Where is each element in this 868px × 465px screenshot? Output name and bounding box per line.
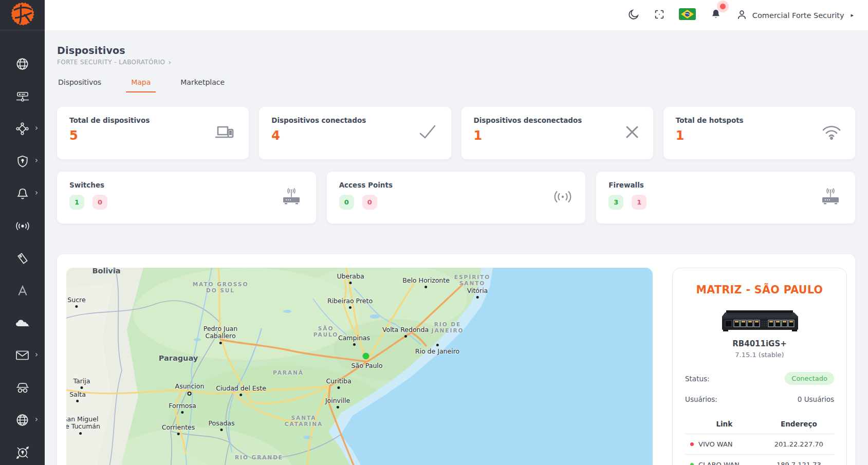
check-icon	[417, 124, 438, 142]
card-firewalls: Firewalls 3 1	[596, 172, 855, 224]
sidebar: › › ›	[0, 0, 45, 465]
account-menu[interactable]: Comercial Forte Security ▸	[736, 9, 854, 22]
sidebar-item-security[interactable]: ›	[0, 145, 45, 177]
map-label: ESPÍRITO SANTO	[454, 274, 490, 286]
online-badge: 3	[608, 195, 623, 210]
sidebar-item-hotspot[interactable]	[0, 210, 45, 242]
city-dot	[436, 344, 438, 346]
map-label: Tarija	[73, 378, 90, 389]
app-root: › › ›	[0, 0, 868, 465]
sidebar-item-globe[interactable]	[0, 48, 45, 80]
card-title: Dispositivos desconectados	[474, 116, 641, 124]
card-title: Access Points	[339, 181, 574, 189]
fullscreen-icon	[654, 9, 665, 22]
globe-icon	[15, 57, 29, 71]
sidebar-item-alerts[interactable]: ›	[0, 177, 45, 210]
city-dot	[349, 282, 352, 284]
city-dot	[188, 392, 192, 396]
map-label: Sucre	[67, 296, 85, 308]
link-name: CLARO WAN	[698, 461, 740, 465]
link-status-dot	[690, 442, 694, 446]
chevron-right-icon: ›	[35, 416, 38, 423]
page-title: Dispositivos	[57, 45, 855, 56]
incognito-icon	[15, 382, 30, 394]
tab-dispositivos[interactable]: Dispositivos	[57, 78, 102, 92]
card-total-dispositivos: Total de dispositivos 5	[57, 107, 249, 159]
map-label: Paraguay	[159, 354, 198, 363]
table-row: CLARO WAN 189.7.121.73	[685, 455, 834, 465]
sidebar-item-tags[interactable]	[0, 242, 45, 274]
city-dot	[219, 342, 222, 344]
map-labels-layer: BoliviaParaguayMATO GROSSO DO SULSÃO PAU…	[66, 268, 653, 465]
city-dot	[75, 305, 78, 308]
city-dot	[80, 386, 83, 389]
broadcast-icon	[15, 220, 30, 232]
offline-badge: 1	[632, 195, 647, 210]
fullscreen-button[interactable]	[654, 9, 665, 22]
map-canvas[interactable]: BoliviaParaguayMATO GROSSO DO SULSÃO PAU…	[66, 268, 653, 465]
account-name: Comercial Forte Security	[752, 11, 844, 20]
sidebar-item-privacy[interactable]	[0, 371, 45, 404]
map-label: RIO GRANDE	[235, 454, 283, 460]
map-label: Asuncion	[175, 383, 205, 396]
city-dot	[476, 296, 478, 299]
city-dot	[348, 306, 351, 309]
moon-icon	[627, 8, 640, 23]
card-title: Total de hotspots	[676, 116, 843, 124]
city-dot	[220, 429, 223, 431]
app-logo[interactable]	[0, 0, 45, 30]
sidebar-item-web[interactable]: ›	[0, 404, 45, 436]
sidebar-item-mail[interactable]: ›	[0, 339, 45, 371]
city-dot	[239, 394, 242, 396]
broadcast-icon	[553, 190, 572, 206]
offline-badge: 0	[362, 195, 377, 210]
device-panel: MATRIZ - SÃO PAULO	[672, 268, 847, 465]
device-firmware: 7.15.1 (stable)	[685, 351, 834, 359]
map-label: MATO GROSSO DO SUL	[193, 281, 249, 293]
sidebar-item-typography[interactable]	[0, 274, 45, 307]
tab-bar: Dispositivos Mapa Marketplace	[57, 78, 855, 92]
notification-badge	[720, 4, 726, 9]
tab-mapa[interactable]: Mapa	[126, 78, 156, 92]
sidebar-item-topology[interactable]: ›	[0, 113, 45, 145]
shield-keyhole-icon	[16, 155, 29, 168]
city-dot	[177, 433, 180, 435]
card-title: Switches	[69, 181, 304, 189]
sidebar-item-cloud[interactable]	[0, 307, 45, 339]
topbar: Comercial Forte Security ▸	[45, 0, 868, 30]
map-label: São Paulo	[352, 362, 383, 369]
type-cards-row: Switches 1 0	[57, 172, 855, 224]
mail-icon	[15, 350, 29, 361]
map-label: Corrientes	[162, 424, 195, 435]
map-label: Volta Redonda	[382, 326, 429, 338]
vpn-globe-icon	[15, 445, 30, 460]
sidebar-item-vpn[interactable]	[0, 436, 45, 465]
card-access-points: Access Points 0 0	[327, 172, 586, 224]
x-icon	[624, 124, 640, 142]
links-table-header-link: Link	[685, 416, 764, 434]
topology-icon	[15, 122, 29, 136]
language-selector[interactable]	[679, 8, 696, 22]
city-dot	[404, 335, 407, 338]
map-section: BoliviaParaguayMATO GROSSO DO SULSÃO PAU…	[57, 254, 855, 465]
map-label: Salta	[69, 391, 86, 402]
map-label: Curitiba	[326, 378, 351, 389]
sidebar-item-server[interactable]	[0, 80, 45, 113]
tab-marketplace[interactable]: Marketplace	[179, 78, 226, 92]
city-dot	[337, 386, 340, 389]
city-dot	[337, 406, 339, 408]
network-globe-logo-icon	[11, 2, 34, 28]
city-dot	[80, 432, 82, 435]
breadcrumb[interactable]: FORTE SECURITY - LABORATÓRIO ›	[57, 59, 855, 66]
map-label: Posadas	[208, 420, 234, 431]
map-label: Vitória	[467, 287, 488, 299]
chevron-right-icon: ›	[35, 157, 38, 164]
tag-icon	[16, 252, 29, 265]
map-label: SÃO PAULO	[313, 325, 338, 338]
card-value: 4	[271, 128, 438, 143]
link-address: 201.22.227.70	[764, 434, 834, 455]
city-dot	[353, 343, 355, 346]
map-label: Joinville	[325, 397, 350, 408]
notifications-button[interactable]	[710, 8, 722, 23]
dark-mode-toggle[interactable]	[627, 8, 640, 23]
